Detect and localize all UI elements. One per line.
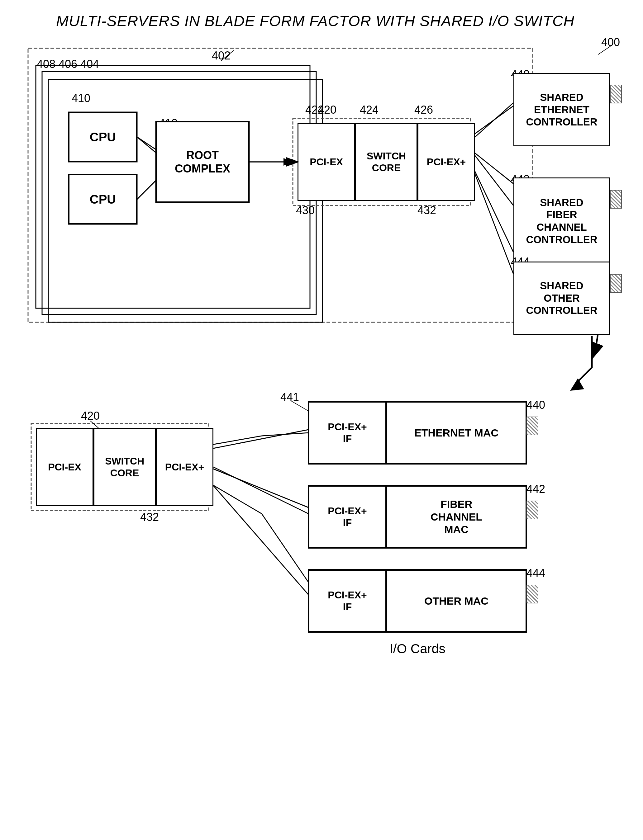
svg-line-32 bbox=[137, 181, 156, 199]
ref-404: 404 bbox=[80, 58, 99, 71]
cpu1-box: CPU bbox=[69, 112, 137, 162]
ref-424: 424 bbox=[360, 103, 379, 116]
ref-444-bottom: 444 bbox=[527, 567, 545, 580]
ref-441: 441 bbox=[281, 391, 299, 404]
other-hatch bbox=[527, 585, 539, 603]
svg-line-41 bbox=[214, 486, 308, 595]
ref-426: 426 bbox=[415, 103, 433, 116]
svg-line-15 bbox=[470, 162, 513, 252]
switch-core-top-box: SWITCH CORE bbox=[355, 123, 418, 201]
ref-410: 410 bbox=[72, 92, 90, 105]
fiber-channel-mac-box: FIBER CHANNEL MAC bbox=[386, 486, 527, 548]
svg-line-18 bbox=[262, 433, 308, 436]
shared-other-box: SHARED OTHER CONTROLLER bbox=[513, 262, 610, 335]
io-cards-label: I/O Cards bbox=[308, 641, 527, 656]
ref-442-bottom: 442 bbox=[527, 483, 545, 496]
svg-marker-37 bbox=[570, 378, 584, 391]
ref-432-top: 432 bbox=[418, 204, 436, 217]
svg-line-31 bbox=[137, 137, 156, 150]
root-complex-box: ROOT COMPLEX bbox=[156, 121, 249, 202]
shared-fiber-box: SHARED FIBER CHANNEL CONTROLLER bbox=[513, 177, 610, 265]
svg-line-35 bbox=[475, 156, 513, 205]
ref-440-bottom: 440 bbox=[527, 399, 545, 412]
svg-line-21 bbox=[262, 514, 308, 582]
ref-432-bottom: 432 bbox=[140, 511, 159, 524]
pci-ex-fiber-box: PCI-EX+ IF bbox=[308, 486, 386, 548]
cpu2-box: CPU bbox=[69, 174, 137, 224]
shared-other-hatch bbox=[610, 274, 622, 293]
ethernet-mac-box: ETHERNET MAC bbox=[386, 402, 527, 464]
ref-406: 406 bbox=[59, 58, 77, 71]
ref-422: 422 bbox=[305, 103, 324, 116]
page: MULTI-SERVERS IN BLADE FORM FACTOR WITH … bbox=[0, 0, 643, 840]
svg-line-14 bbox=[470, 150, 513, 184]
ref-420-bottom: 420 bbox=[81, 409, 100, 423]
svg-line-13 bbox=[470, 106, 513, 137]
svg-line-36 bbox=[475, 174, 513, 274]
shared-ethernet-box: SHARED ETHERNET CONTROLLER bbox=[513, 73, 610, 147]
pci-ex-other-box: PCI-EX+ IF bbox=[308, 570, 386, 632]
ref-400: 400 bbox=[601, 36, 620, 49]
shared-fiber-hatch bbox=[610, 190, 622, 208]
svg-line-9 bbox=[137, 137, 156, 153]
pci-ex-plus-top-box: PCI-EX+ bbox=[418, 123, 475, 201]
svg-line-17 bbox=[209, 436, 262, 445]
svg-line-34 bbox=[475, 103, 513, 137]
ref-402: 402 bbox=[212, 49, 230, 62]
pci-ex-eth-box: PCI-EX+ IF bbox=[308, 402, 386, 464]
svg-line-10 bbox=[137, 181, 156, 199]
pci-ex-top-box: PCI-EX bbox=[297, 123, 355, 201]
switch-core-bottom-box: SWITCH CORE bbox=[93, 428, 156, 506]
fiber-hatch bbox=[527, 501, 539, 519]
page-title: MULTI-SERVERS IN BLADE FORM FACTOR WITH … bbox=[56, 13, 574, 29]
svg-line-20 bbox=[209, 483, 262, 514]
ref-408: 408 bbox=[37, 58, 55, 71]
other-mac-box: OTHER MAC bbox=[386, 570, 527, 632]
svg-line-40 bbox=[214, 467, 308, 514]
svg-line-19 bbox=[209, 467, 308, 508]
pci-ex-plus-bottom-box: PCI-EX+ bbox=[156, 428, 214, 506]
svg-line-39 bbox=[214, 430, 308, 448]
shared-ethernet-hatch bbox=[610, 85, 622, 103]
pci-ex-bottom-box: PCI-EX bbox=[36, 428, 93, 506]
ref-430: 430 bbox=[296, 204, 315, 217]
ethernet-hatch bbox=[527, 417, 539, 435]
